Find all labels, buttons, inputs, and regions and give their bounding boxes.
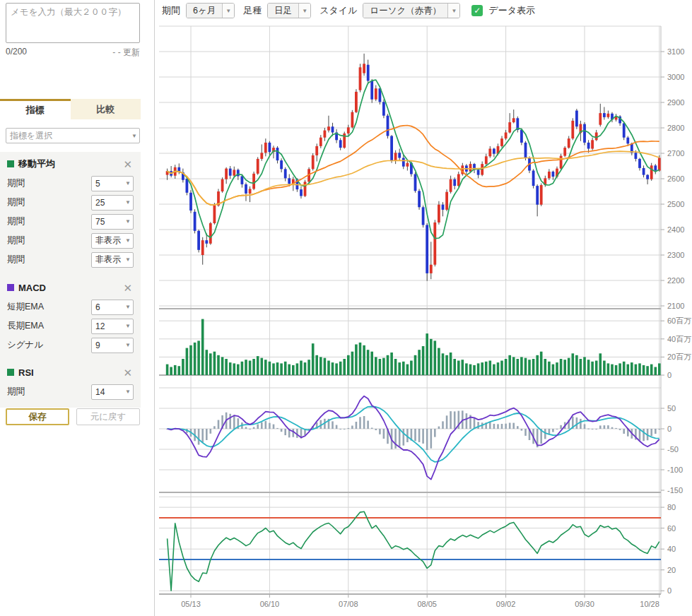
svg-text:07/08: 07/08 [339,600,358,608]
sidebar-buttons: 保存 元に戻す [6,408,140,425]
close-icon[interactable]: ✕ [122,367,134,378]
chevron-down-icon: ▼ [123,256,133,263]
svg-text:06/10: 06/10 [260,600,280,608]
panel-title: RSI [18,367,122,378]
param-label: 期間 [7,215,91,227]
param-row: 期間非表示▼ [7,231,134,250]
period-select[interactable]: 6ヶ月 ▼ [186,3,235,18]
param-select-0-0[interactable]: 5▼ [91,176,134,191]
chevron-down-icon: ▼ [222,4,234,18]
param-row: 長期EMA12▼ [7,316,134,336]
indicator-swatch-icon [7,284,14,291]
sidebar-tabs: 指標 比較 [0,99,141,119]
param-select-0-2[interactable]: 75▼ [91,214,134,230]
panel-title: MACD [18,283,122,293]
svg-text:2600: 2600 [667,174,684,183]
svg-text:09/30: 09/30 [575,600,594,608]
chevron-down-icon: ▼ [123,389,133,395]
svg-text:05/13: 05/13 [181,600,201,608]
param-label: 期間 [7,254,91,266]
save-button[interactable]: 保存 [6,408,69,425]
param-select-1-0[interactable]: 6▼ [91,300,134,315]
param-select-1-1[interactable]: 12▼ [91,319,134,334]
param-select-1-2[interactable]: 9▼ [91,338,134,353]
param-row: 期間非表示▼ [7,250,134,269]
param-select-2-0[interactable]: 14▼ [91,384,134,400]
svg-text:2200: 2200 [667,276,684,285]
sidebar: 0/200 - - 更新 指標 比較 指標を選択 ▼ 移動平均✕期間5▼期間25… [0,0,154,616]
indicator-select[interactable]: 指標を選択 ▼ [6,128,140,143]
chevron-down-icon: ▼ [298,4,310,18]
svg-text:09/02: 09/02 [496,600,516,608]
chart-area[interactable]: 3100300029002800270026002500240023002200… [159,21,692,616]
svg-text:-100: -100 [667,466,683,474]
chart-toolbar: 期間 6ヶ月 ▼ 足種 日足 ▼ スタイル ローソク（赤青） ▼ ✓ データ表示 [159,0,692,21]
param-label: 期間 [7,235,91,247]
svg-text:80: 80 [667,503,676,511]
param-row: 期間75▼ [7,212,134,231]
svg-text:0: 0 [667,425,672,433]
param-select-0-1[interactable]: 25▼ [91,195,134,211]
close-icon[interactable]: ✕ [122,159,134,170]
svg-text:-50: -50 [667,445,679,454]
param-select-0-3[interactable]: 非表示▼ [91,233,134,249]
param-label: 短期EMA [7,301,91,313]
param-row: シグナル9▼ [7,336,134,355]
chevron-down-icon: ▼ [123,199,133,206]
panel-MACD: MACD✕短期EMA6▼長期EMA12▼シグナル9▼ [0,276,141,361]
panel-title: 移動平均 [18,158,122,170]
sidebar-divider [154,0,155,616]
param-label: 期間 [7,386,91,398]
data-display-checkbox[interactable]: ✓ [471,5,483,16]
param-row: 期間14▼ [7,382,134,401]
memo-input[interactable] [6,3,140,43]
chevron-down-icon: ▼ [447,4,459,18]
reset-button[interactable]: 元に戻す [76,408,140,425]
param-label: 期間 [7,177,91,189]
svg-text:3100: 3100 [667,47,684,56]
svg-text:2500: 2500 [667,200,684,208]
panel-RSI: RSI✕期間14▼ [0,360,141,408]
svg-text:50: 50 [667,404,676,413]
param-label: シグナル [7,339,91,351]
chevron-down-icon: ▼ [123,218,133,225]
param-row: 期間25▼ [7,193,134,212]
param-row: 期間5▼ [7,174,134,193]
svg-text:20百万: 20百万 [667,353,691,361]
indicator-swatch-icon [7,369,14,376]
param-label: 期間 [7,196,91,208]
close-icon[interactable]: ✕ [122,283,134,293]
chevron-down-icon: ▼ [123,304,133,310]
svg-text:60: 60 [667,524,676,533]
svg-text:2300: 2300 [667,251,684,259]
param-select-0-4[interactable]: 非表示▼ [91,252,134,268]
svg-text:20: 20 [667,566,676,574]
svg-text:2800: 2800 [667,124,684,132]
memo-update-text: - - 更新 [112,47,140,59]
bar-type-select[interactable]: 日足 ▼ [267,3,311,18]
style-select[interactable]: ローソク（赤青） ▼ [363,3,460,18]
svg-text:40百万: 40百万 [667,335,691,343]
chevron-down-icon: ▼ [129,133,139,139]
param-label: 長期EMA [7,320,91,332]
stock-chart-app: 0/200 - - 更新 指標 比較 指標を選択 ▼ 移動平均✕期間5▼期間25… [0,0,692,616]
svg-text:-150: -150 [667,486,683,494]
svg-text:3000: 3000 [667,73,684,81]
svg-text:2400: 2400 [667,225,684,234]
svg-text:10/28: 10/28 [640,600,659,608]
memo-meta: 0/200 - - 更新 [6,47,140,59]
tab-indicators[interactable]: 指標 [0,99,71,119]
candlestick-chart-svg: 3100300029002800270026002500240023002200… [159,21,692,616]
svg-text:0: 0 [667,586,672,595]
tab-compare[interactable]: 比較 [71,99,141,119]
svg-text:0: 0 [667,371,672,379]
chevron-down-icon: ▼ [123,323,133,329]
svg-text:2700: 2700 [667,149,684,158]
memo-counter: 0/200 [6,47,27,59]
svg-text:40: 40 [667,545,676,553]
chevron-down-icon: ▼ [123,237,133,244]
chevron-down-icon: ▼ [123,342,133,348]
bar-type-label: 足種 [243,4,262,17]
svg-text:2900: 2900 [667,98,684,107]
style-label: スタイル [319,4,357,17]
